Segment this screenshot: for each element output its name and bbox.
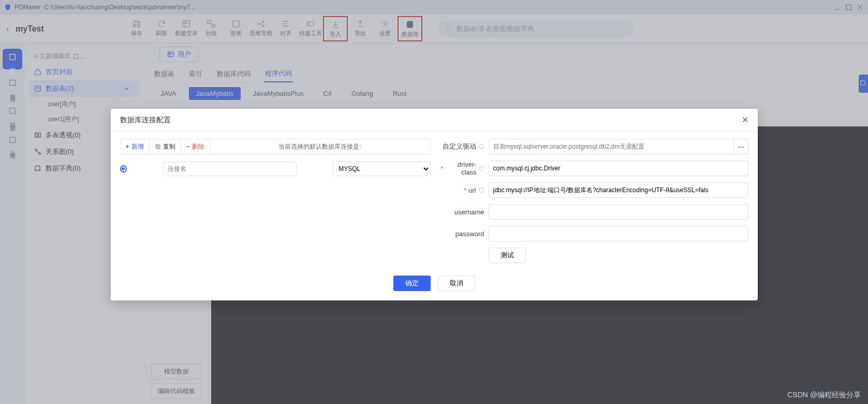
custom-driver-input[interactable] (489, 139, 734, 154)
delete-conn-button[interactable]: −删除 (181, 139, 210, 154)
modal-left: +新增 复制 −删除 当前选择的默认数据库连接是: MYSQL (120, 139, 431, 263)
modal-right: 自定义驱动 ⋯ *driver-class *url username (441, 139, 748, 263)
ok-button[interactable]: 确定 (393, 276, 431, 291)
copy-icon (155, 143, 161, 150)
password-input[interactable] (489, 226, 748, 241)
db-connection-modal: 数据库连接配置 ✕ +新增 复制 −删除 当前选择的默认数据库连接是: MYSQ… (111, 109, 758, 300)
conn-list-toolbar: +新增 复制 −删除 当前选择的默认数据库连接是: (120, 139, 431, 154)
cancel-button[interactable]: 取消 (438, 276, 475, 291)
svg-rect-39 (157, 146, 160, 149)
url-label: *url (441, 186, 489, 194)
username-input[interactable] (489, 204, 748, 220)
custom-driver-label: 自定义驱动 (441, 142, 489, 151)
add-conn-button[interactable]: +新增 (121, 139, 150, 154)
driver-class-input[interactable] (489, 161, 748, 176)
conn-name-input[interactable] (163, 162, 297, 176)
conn-radio[interactable] (120, 165, 127, 172)
copy-conn-button[interactable]: 复制 (150, 139, 181, 154)
driver-more-button[interactable]: ⋯ (734, 139, 748, 154)
password-label: password (441, 230, 489, 238)
svg-point-44 (479, 166, 483, 170)
test-conn-button[interactable]: 测试 (489, 248, 526, 263)
modal-title: 数据库连接配置 (120, 116, 171, 125)
default-conn-hint: 当前选择的默认数据库连接是: (210, 139, 430, 154)
svg-point-45 (479, 188, 483, 193)
info-icon (478, 143, 484, 150)
info-icon (479, 165, 484, 171)
driver-class-label: *driver-class (441, 161, 489, 176)
connection-row: MYSQL (120, 162, 431, 176)
watermark: CSDN @编程经验分享 (787, 391, 861, 400)
modal-overlay: 数据库连接配置 ✕ +新增 复制 −删除 当前选择的默认数据库连接是: MYSQ… (0, 0, 868, 404)
modal-footer: 确定 取消 (111, 270, 758, 300)
svg-rect-40 (156, 145, 159, 148)
url-input[interactable] (489, 182, 748, 198)
db-type-select[interactable]: MYSQL (333, 162, 430, 176)
modal-header: 数据库连接配置 ✕ (111, 109, 758, 132)
close-icon[interactable]: ✕ (742, 115, 748, 125)
username-label: username (441, 208, 489, 216)
info-icon (478, 187, 484, 193)
